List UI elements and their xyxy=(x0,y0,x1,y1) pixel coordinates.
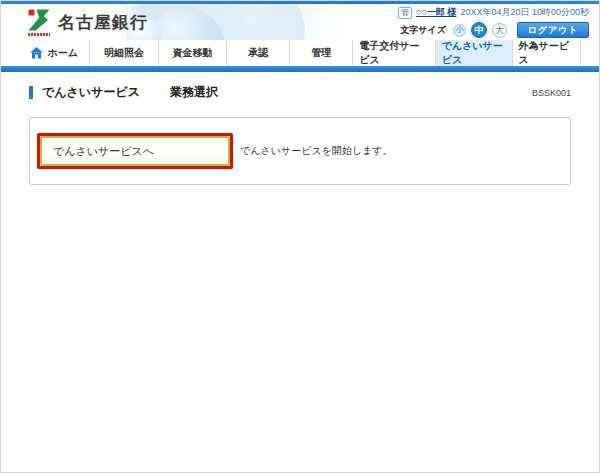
page: 名古屋銀行 管 ○○一郎 様 20XX年04月20日 10時00分00秒 文字サ… xyxy=(0,0,600,473)
datetime-text: 20XX年04月20日 10時00分00秒 xyxy=(460,6,589,19)
nav-item-label: 管理 xyxy=(311,46,331,60)
service-selection-panel: でんさいサービスへ でんさいサービスを開始します。 xyxy=(29,117,571,185)
nav-item-kanri[interactable]: 管理 xyxy=(289,40,352,66)
page-title: でんさいサービス xyxy=(42,84,140,101)
font-size-label: 文字サイズ xyxy=(400,24,446,37)
nav-item-home[interactable]: ホーム xyxy=(19,40,89,66)
nav-item-label: 明細照会 xyxy=(104,46,144,60)
font-size-small-button[interactable]: 小 xyxy=(453,24,466,37)
user-name-link[interactable]: ○○一郎 様 xyxy=(416,6,456,19)
logo-caption-decoration xyxy=(28,33,50,36)
red-annotation-highlight: でんさいサービスへ xyxy=(37,133,233,169)
nav-item-label: 承認 xyxy=(248,46,268,60)
home-icon xyxy=(30,47,43,59)
nav-item-label: でんさいサービス xyxy=(442,39,506,67)
page-title-row: でんさいサービス 業務選択 BSSK001 xyxy=(29,85,571,100)
header-right: 管 ○○一郎 様 20XX年04月20日 10時00分00秒 文字サイズ 小 中… xyxy=(398,6,589,38)
bank-brand: 名古屋銀行 xyxy=(27,8,148,36)
bank-logo-icon xyxy=(27,8,51,36)
nav-accent-bar xyxy=(1,66,599,72)
nav-item-gaitame[interactable]: 外為サービス xyxy=(512,40,582,66)
screen-id: BSSK001 xyxy=(532,88,571,98)
nav-item-label: 外為サービス xyxy=(519,39,575,67)
page-subtitle: 業務選択 xyxy=(170,84,218,101)
main-nav: ホーム 明細照会 資金移動 承認 管理 電子交付サービス でんさいサービス 外為… xyxy=(1,40,599,66)
nav-item-label: 資金移動 xyxy=(173,46,213,60)
title-marker xyxy=(29,86,33,99)
tools-row: 文字サイズ 小 中 大 ログアウト xyxy=(400,22,589,38)
logout-button[interactable]: ログアウト xyxy=(517,22,589,38)
nav-item-denshikofu[interactable]: 電子交付サービス xyxy=(352,40,434,66)
font-size-medium-button[interactable]: 中 xyxy=(471,22,487,38)
nav-item-meisai[interactable]: 明細照会 xyxy=(89,40,158,66)
header-bubbles-decoration xyxy=(119,4,359,40)
densai-service-button[interactable]: でんさいサービスへ xyxy=(40,136,230,166)
nav-item-label: ホーム xyxy=(47,46,77,60)
service-description: でんさいサービスを開始します。 xyxy=(240,144,393,158)
bank-name: 名古屋銀行 xyxy=(58,11,148,34)
header: 名古屋銀行 管 ○○一郎 様 20XX年04月20日 10時00分00秒 文字サ… xyxy=(1,4,599,40)
nav-item-shonin[interactable]: 承認 xyxy=(226,40,289,66)
nav-item-shikin[interactable]: 資金移動 xyxy=(158,40,227,66)
user-row: 管 ○○一郎 様 20XX年04月20日 10時00分00秒 xyxy=(398,6,589,19)
nav-item-densai[interactable]: でんさいサービス xyxy=(435,40,512,66)
font-size-large-button[interactable]: 大 xyxy=(492,23,507,38)
nav-item-label: 電子交付サービス xyxy=(359,39,428,67)
admin-badge: 管 xyxy=(398,7,412,19)
